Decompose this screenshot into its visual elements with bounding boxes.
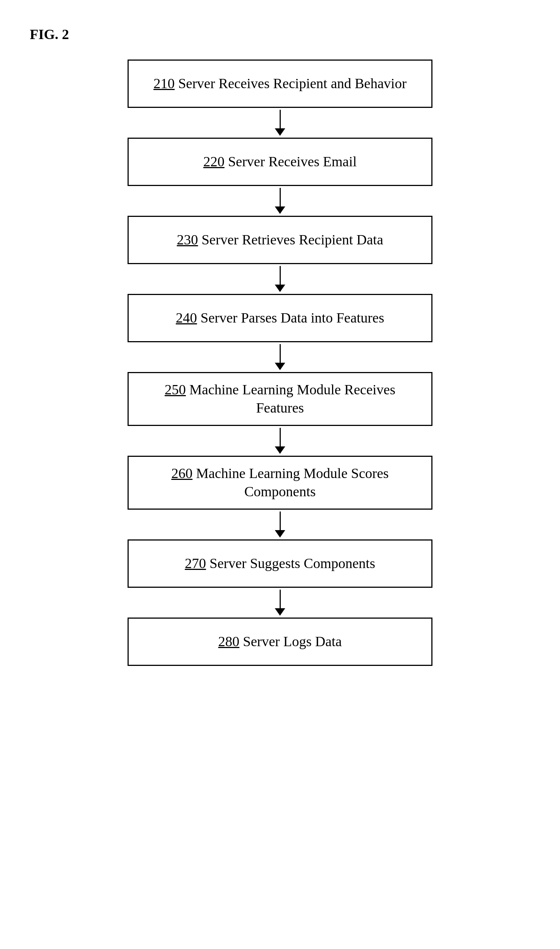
- flow-box-230: 230 Server Retrieves Recipient Data: [128, 216, 432, 264]
- arrow-7: [275, 588, 285, 618]
- step-number-260: 260: [171, 465, 192, 481]
- arrow-1: [275, 108, 285, 138]
- arrow-line-4: [280, 344, 281, 363]
- flow-box-240: 240 Server Parses Data into Features: [128, 294, 432, 342]
- arrow-2: [275, 186, 285, 216]
- flow-box-280-text: 280 Server Logs Data: [218, 632, 342, 651]
- step-label-220: Server Receives Email: [228, 154, 357, 169]
- step-label-280: Server Logs Data: [243, 633, 342, 649]
- step-label-240: Server Parses Data into Features: [200, 310, 384, 325]
- arrow-head-7: [275, 608, 285, 616]
- flow-box-230-text: 230 Server Retrieves Recipient Data: [177, 231, 383, 249]
- arrow-line-6: [280, 511, 281, 530]
- arrow-head-1: [275, 128, 285, 136]
- arrow-4: [275, 342, 285, 372]
- flow-box-220-text: 220 Server Receives Email: [203, 153, 357, 171]
- flow-box-270: 270 Server Suggests Components: [128, 539, 432, 588]
- arrow-head-3: [275, 285, 285, 292]
- arrow-line-3: [280, 266, 281, 285]
- flowchart: 210 Server Receives Recipient and Behavi…: [30, 45, 530, 666]
- arrow-5: [275, 426, 285, 456]
- arrow-line-5: [280, 428, 281, 447]
- step-number-280: 280: [218, 633, 240, 649]
- arrow-line-7: [280, 590, 281, 608]
- flow-box-260-text: 260 Machine Learning Module Scores Compo…: [143, 464, 417, 501]
- flow-box-260: 260 Machine Learning Module Scores Compo…: [128, 456, 432, 510]
- step-label-270: Server Suggests Components: [210, 555, 375, 571]
- step-number-240: 240: [176, 310, 197, 325]
- flow-box-210-text: 210 Server Receives Recipient and Behavi…: [154, 74, 407, 92]
- flow-box-210: 210 Server Receives Recipient and Behavi…: [128, 60, 432, 108]
- step-label-260: Machine Learning Module Scores Component…: [196, 465, 389, 499]
- arrow-head-2: [275, 206, 285, 214]
- arrow-head-4: [275, 363, 285, 370]
- flow-box-240-text: 240 Server Parses Data into Features: [176, 309, 384, 327]
- flow-box-220: 220 Server Receives Email: [128, 138, 432, 186]
- arrow-line-1: [280, 110, 281, 128]
- step-label-250: Machine Learning Module Receives Feature…: [189, 382, 395, 416]
- arrow-3: [275, 264, 285, 294]
- step-number-250: 250: [165, 382, 186, 397]
- flow-box-250-text: 250 Machine Learning Module Receives Fea…: [143, 381, 417, 417]
- flow-box-250: 250 Machine Learning Module Receives Fea…: [128, 372, 432, 426]
- step-number-270: 270: [185, 555, 206, 571]
- arrow-6: [275, 510, 285, 539]
- page: FIG. 2 210 Server Receives Recipient and…: [0, 0, 560, 949]
- step-label-210: Server Receives Recipient and Behavior: [178, 75, 406, 91]
- flow-box-270-text: 270 Server Suggests Components: [185, 554, 375, 573]
- step-number-230: 230: [177, 232, 198, 247]
- arrow-line-2: [280, 188, 281, 206]
- arrow-head-5: [275, 447, 285, 454]
- flow-box-280: 280 Server Logs Data: [128, 618, 432, 666]
- step-label-230: Server Retrieves Recipient Data: [202, 232, 383, 247]
- step-number-220: 220: [203, 154, 225, 169]
- arrow-head-6: [275, 530, 285, 538]
- step-number-210: 210: [154, 75, 175, 91]
- figure-label: FIG. 2: [30, 26, 69, 42]
